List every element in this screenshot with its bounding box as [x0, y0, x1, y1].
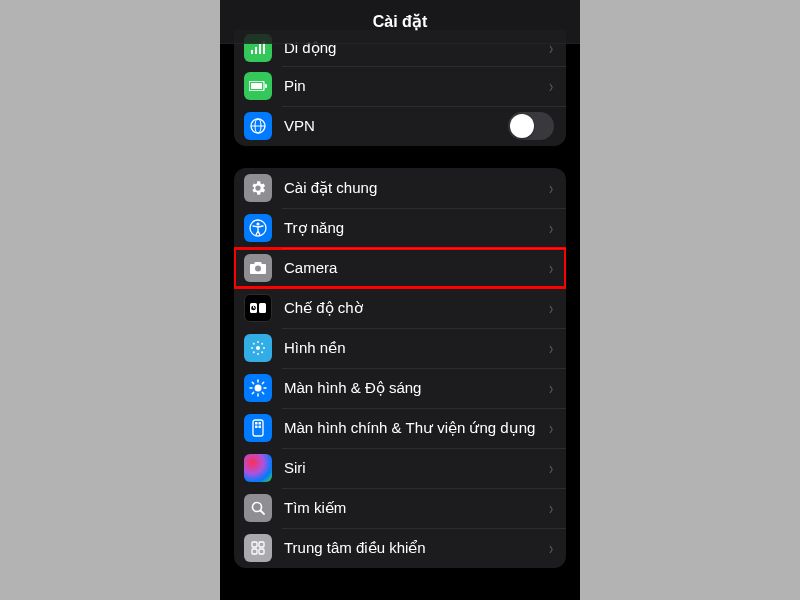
chevron-right-icon: › — [549, 258, 553, 279]
chevron-right-icon: › — [549, 298, 553, 319]
chevron-right-icon: › — [549, 458, 553, 479]
svg-line-42 — [261, 511, 265, 515]
svg-rect-40 — [259, 426, 262, 429]
control-center-icon — [244, 534, 272, 562]
row-label: Cài đặt chung — [284, 179, 548, 197]
row-label: Tìm kiếm — [284, 499, 548, 517]
svg-rect-46 — [259, 549, 264, 554]
settings-group-connectivity: Di động › Pin › VPN — [234, 30, 566, 146]
camera-icon — [244, 254, 272, 282]
row-camera[interactable]: Camera › — [234, 248, 566, 288]
svg-point-11 — [256, 222, 259, 225]
settings-scroll[interactable]: Di động › Pin › VPN — [220, 30, 580, 600]
page-title: Cài đặt — [373, 12, 427, 31]
battery-icon — [244, 72, 272, 100]
chevron-right-icon: › — [549, 218, 553, 239]
svg-rect-38 — [259, 422, 262, 425]
chevron-right-icon: › — [549, 378, 553, 399]
row-label: Siri — [284, 459, 548, 477]
svg-point-22 — [263, 347, 265, 349]
svg-point-20 — [257, 353, 259, 355]
display-icon — [244, 374, 272, 402]
row-label: Pin — [284, 77, 548, 95]
accessibility-icon — [244, 214, 272, 242]
phone-screen: Cài đặt Di động › Pin › — [220, 0, 580, 600]
svg-rect-1 — [255, 47, 257, 54]
svg-line-32 — [252, 382, 253, 383]
svg-rect-44 — [259, 542, 264, 547]
search-icon — [244, 494, 272, 522]
svg-point-19 — [257, 341, 259, 343]
gear-icon — [244, 174, 272, 202]
svg-rect-0 — [251, 50, 253, 54]
svg-rect-36 — [253, 420, 263, 436]
row-label: Chế độ chờ — [284, 299, 548, 317]
vpn-icon — [244, 112, 272, 140]
navigation-bar: Cài đặt — [220, 0, 580, 44]
row-vpn[interactable]: VPN — [234, 106, 566, 146]
row-general[interactable]: Cài đặt chung › — [234, 168, 566, 208]
svg-rect-45 — [252, 549, 257, 554]
chevron-right-icon: › — [549, 538, 553, 559]
svg-line-35 — [262, 382, 263, 383]
row-siri[interactable]: Siri › — [234, 448, 566, 488]
chevron-right-icon: › — [549, 498, 553, 519]
svg-point-23 — [253, 343, 255, 345]
svg-point-21 — [251, 347, 253, 349]
standby-icon — [244, 294, 272, 322]
row-label: Hình nền — [284, 339, 548, 357]
chevron-right-icon: › — [549, 338, 553, 359]
siri-icon — [244, 454, 272, 482]
svg-rect-6 — [265, 84, 267, 88]
svg-point-27 — [255, 385, 262, 392]
row-search[interactable]: Tìm kiếm › — [234, 488, 566, 528]
row-accessibility[interactable]: Trợ năng › — [234, 208, 566, 248]
row-label: Trợ năng — [284, 219, 548, 237]
row-standby[interactable]: Chế độ chờ › — [234, 288, 566, 328]
svg-line-34 — [252, 392, 253, 393]
vpn-toggle[interactable] — [508, 112, 554, 140]
settings-group-general: Cài đặt chung › Trợ năng › Camera › — [234, 168, 566, 568]
row-battery[interactable]: Pin › — [234, 66, 566, 106]
svg-rect-2 — [259, 44, 261, 54]
row-label: Trung tâm điều khiển — [284, 539, 548, 557]
svg-point-24 — [261, 343, 263, 345]
chevron-right-icon: › — [549, 76, 553, 97]
svg-point-25 — [253, 351, 255, 353]
row-label: Màn hình chính & Thư viện ứng dụng — [284, 419, 548, 437]
svg-point-18 — [256, 346, 260, 350]
chevron-right-icon: › — [549, 178, 553, 199]
wallpaper-icon — [244, 334, 272, 362]
svg-rect-5 — [251, 83, 262, 89]
chevron-right-icon: › — [549, 418, 553, 439]
svg-rect-14 — [259, 303, 266, 313]
svg-rect-39 — [255, 426, 258, 429]
svg-line-33 — [262, 392, 263, 393]
home-screen-icon — [244, 414, 272, 442]
row-display[interactable]: Màn hình & Độ sáng › — [234, 368, 566, 408]
svg-rect-43 — [252, 542, 257, 547]
row-label: Màn hình & Độ sáng — [284, 379, 548, 397]
row-home-screen[interactable]: Màn hình chính & Thư viện ứng dụng › — [234, 408, 566, 448]
svg-point-12 — [255, 266, 261, 272]
row-label: Camera — [284, 259, 548, 277]
row-control-center[interactable]: Trung tâm điều khiển › — [234, 528, 566, 568]
svg-rect-37 — [255, 422, 258, 425]
row-label: VPN — [284, 117, 508, 135]
row-wallpaper[interactable]: Hình nền › — [234, 328, 566, 368]
svg-point-26 — [261, 351, 263, 353]
toggle-knob — [510, 114, 534, 138]
